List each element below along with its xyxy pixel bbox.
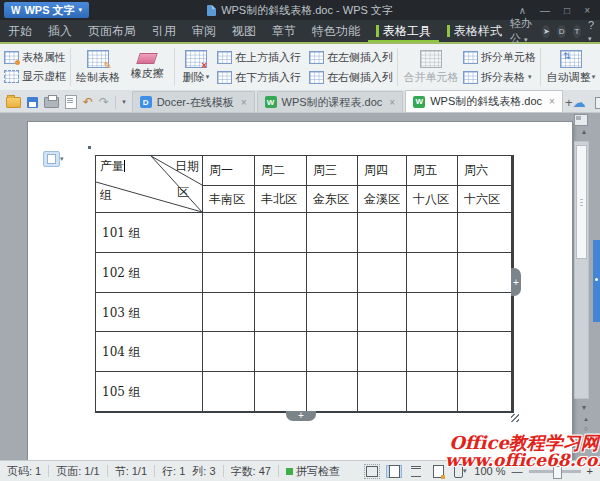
merge-cells-button[interactable]: 合并单元格	[402, 50, 460, 85]
fullscreen-view-icon[interactable]	[364, 465, 380, 478]
spellcheck-status[interactable]: 拼写检查	[286, 464, 340, 479]
add-column-button[interactable]: +	[511, 268, 521, 296]
customize-toolbar-icon[interactable]: ▾	[122, 98, 126, 106]
table-cell[interactable]	[458, 213, 512, 253]
save-icon[interactable]	[27, 97, 38, 108]
paste-options-button[interactable]	[43, 151, 60, 167]
doc-tab-schedule[interactable]: W WPS制的课程表.doc ×	[257, 91, 404, 112]
maximize-icon[interactable]: □	[564, 5, 570, 16]
table-cell[interactable]	[407, 253, 458, 293]
table-cell[interactable]	[307, 253, 358, 293]
group-label-cell[interactable]: 103 组	[96, 293, 203, 332]
insert-row-below-button[interactable]: 在下方插入行	[217, 70, 301, 85]
close-icon[interactable]: ×	[584, 5, 590, 16]
day-header-cell[interactable]: 周六	[458, 156, 512, 186]
table-cell[interactable]	[203, 332, 255, 372]
undo-icon[interactable]: ↶	[83, 97, 93, 107]
table-cell[interactable]	[407, 332, 458, 372]
table-cell[interactable]	[255, 372, 307, 412]
tab-table-style[interactable]: 表格样式	[439, 20, 510, 42]
web-view-icon[interactable]	[430, 465, 446, 478]
doc-tab-diagonal-table[interactable]: W WPS制的斜线表格.doc ×	[405, 90, 563, 112]
autofit-button[interactable]: ⇅ 自动调整▾	[545, 50, 597, 85]
scrollbar-thumb[interactable]	[576, 145, 587, 259]
day-header-cell[interactable]: 周三	[307, 156, 358, 186]
collapse-ribbon-icon[interactable]: ∧	[519, 5, 526, 16]
tab-insert[interactable]: 插入	[40, 20, 80, 42]
zoom-slider[interactable]	[529, 470, 581, 473]
table-resize-handle[interactable]	[511, 414, 519, 422]
day-header-cell[interactable]: 周四	[358, 156, 407, 186]
region-header-cell[interactable]: 丰北区	[255, 186, 307, 213]
light-office-menu[interactable]: 轻办公 ▾	[510, 16, 535, 46]
table-cell[interactable]	[458, 293, 512, 332]
print-preview-icon[interactable]	[65, 95, 77, 109]
table-cell[interactable]	[307, 293, 358, 332]
vertical-scrollbar[interactable]	[574, 141, 589, 399]
cloud-sync-icon[interactable]: ☁	[573, 97, 586, 109]
close-icon[interactable]: ×	[549, 96, 555, 107]
table-cell[interactable]	[358, 213, 407, 253]
sidebar-handle[interactable]	[593, 240, 600, 322]
day-header-cell[interactable]: 周五	[407, 156, 458, 186]
table-cell[interactable]	[307, 213, 358, 253]
table-cell[interactable]	[307, 332, 358, 372]
feedback-icon[interactable]: ➤	[542, 25, 550, 38]
next-page-icon[interactable]: ▾	[584, 435, 588, 442]
table-cell[interactable]	[407, 213, 458, 253]
split-table-button[interactable]: 拆分表格 ▾	[463, 70, 536, 85]
table-cell[interactable]	[203, 253, 255, 293]
table-cell[interactable]	[358, 372, 407, 412]
zoom-out-button[interactable]: —	[512, 465, 523, 477]
mobile-view-icon[interactable]: ▾	[452, 465, 468, 478]
redo-icon[interactable]: ↷	[99, 97, 109, 107]
new-tab-button[interactable]: +	[565, 92, 573, 112]
chevron-down-icon[interactable]: ▾	[60, 155, 64, 163]
tab-page-layout[interactable]: 页面布局	[80, 20, 144, 42]
table-cell[interactable]	[458, 372, 512, 412]
group-label-cell[interactable]: 105 组	[96, 372, 203, 412]
tab-table-tools[interactable]: 表格工具	[368, 20, 439, 42]
docer-circle-icon[interactable]: D	[557, 25, 565, 38]
tab-references[interactable]: 引用	[144, 20, 184, 42]
table-cell[interactable]	[458, 253, 512, 293]
show-gridlines-button[interactable]: 显示虚框	[4, 69, 66, 84]
open-icon[interactable]	[6, 97, 21, 108]
group-label-cell[interactable]: 101 组	[96, 213, 203, 253]
insert-row-above-button[interactable]: 在上方插入行	[217, 50, 301, 65]
select-browse-object-icon[interactable]: ○	[584, 425, 588, 432]
print-icon[interactable]	[44, 97, 59, 108]
zoom-in-button[interactable]: +	[587, 465, 593, 477]
table-properties-button[interactable]: 表格属性	[4, 50, 66, 65]
skin-icon[interactable]: T	[573, 25, 581, 38]
day-header-cell[interactable]: 周二	[255, 156, 307, 186]
zoom-slider-handle[interactable]	[553, 466, 562, 479]
tab-section[interactable]: 章节	[264, 20, 304, 42]
table-cell[interactable]	[255, 332, 307, 372]
table-cell[interactable]	[407, 293, 458, 332]
close-icon[interactable]: ×	[389, 97, 395, 108]
add-row-button[interactable]: +	[286, 411, 316, 421]
insert-col-left-button[interactable]: 在左侧插入列	[309, 50, 393, 65]
table-cell[interactable]	[458, 332, 512, 372]
table-cell[interactable]	[203, 372, 255, 412]
diagonal-header-cell[interactable]: 产量 日期 区 组	[96, 156, 203, 213]
tab-home[interactable]: 开始	[0, 20, 40, 42]
tab-view[interactable]: 视图	[224, 20, 264, 42]
table-cell[interactable]	[407, 372, 458, 412]
page-view-icon[interactable]	[386, 465, 402, 478]
group-label-cell[interactable]: 104 组	[96, 332, 203, 372]
ruler-toggle-icon[interactable]	[574, 114, 588, 126]
region-header-cell[interactable]: 金溪区	[358, 186, 407, 213]
group-label-cell[interactable]: 102 组	[96, 253, 203, 293]
day-header-cell[interactable]: 周一	[203, 156, 255, 186]
table-cell[interactable]	[203, 293, 255, 332]
table-move-handle[interactable]	[82, 140, 97, 155]
close-icon[interactable]: ×	[241, 97, 247, 108]
table-cell[interactable]	[358, 293, 407, 332]
wps-menu-button[interactable]: W WPS 文字 ▾	[4, 2, 89, 18]
table-cell[interactable]	[307, 372, 358, 412]
delete-button[interactable]: × 删除▾	[179, 50, 213, 85]
table-cell[interactable]	[358, 253, 407, 293]
tab-special-features[interactable]: 特色功能	[304, 20, 368, 42]
